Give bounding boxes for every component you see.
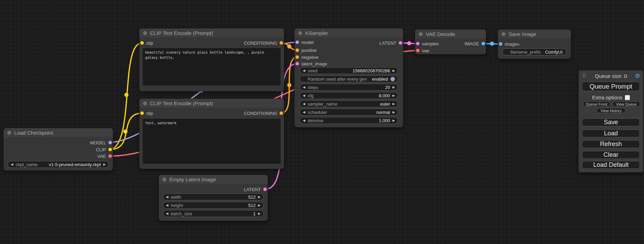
conditioning-slot-dot[interactable]	[295, 55, 299, 59]
input-slot-images[interactable]: images	[499, 41, 519, 47]
queue-front-button[interactable]: Queue Front	[583, 101, 610, 107]
toggle-circle-icon[interactable]	[390, 77, 395, 81]
queue-panel[interactable]: ⠿ Queue size: 0 ⚙ Queue Prompt Extra opt…	[579, 70, 643, 172]
decrement-icon[interactable]: ◀	[166, 212, 168, 215]
model-slot-dot[interactable]	[295, 40, 299, 44]
clip-slot-dot[interactable]	[140, 111, 144, 115]
view-queue-button[interactable]: View Queue	[612, 101, 640, 107]
width-widget[interactable]: ◀ width 512 ▶	[163, 193, 264, 200]
decrement-icon[interactable]: ◀	[303, 119, 305, 122]
filename-prefix-widget[interactable]: filename_prefix ComfyUI	[502, 48, 566, 55]
prompt-textarea[interactable]: text, watermark	[143, 119, 281, 164]
clip-slot-dot[interactable]	[108, 148, 112, 151]
node-save-image[interactable]: Save Image images filename_prefix ComfyU…	[498, 29, 571, 59]
output-slot-conditioning[interactable]: CONDITIONING	[244, 110, 283, 116]
steps-widget[interactable]: ◀ steps 20 ▶	[300, 84, 398, 91]
input-slot-negative[interactable]: negative	[295, 54, 318, 60]
node-vae-decode[interactable]: VAE Decode samples vae IMAGE	[415, 29, 486, 54]
collapse-dot-icon[interactable]	[143, 101, 147, 105]
image-slot-dot[interactable]	[499, 42, 502, 46]
increment-icon[interactable]: ▶	[258, 204, 261, 207]
input-slot-vae[interactable]: vae	[416, 48, 429, 53]
latent-slot-dot[interactable]	[416, 42, 420, 45]
output-slot-latent[interactable]: LATENT	[379, 40, 402, 46]
node-load-checkpoint[interactable]: Load Checkpoint MODEL CLIP VAE ◀ ckpt_na…	[3, 128, 113, 171]
increment-icon[interactable]: ▶	[103, 163, 106, 166]
decrement-icon[interactable]: ◀	[166, 196, 168, 199]
latent-slot-dot[interactable]	[295, 62, 299, 65]
cfg-widget[interactable]: ◀ cfg 8.000 ▶	[300, 92, 398, 99]
vae-slot-dot[interactable]	[108, 154, 112, 158]
refresh-button[interactable]: Refresh	[582, 140, 640, 148]
latent-slot-dot[interactable]	[399, 41, 402, 45]
decrement-icon[interactable]: ◀	[166, 204, 168, 207]
node-ksampler[interactable]: KSampler model positive negative latent_…	[294, 28, 403, 127]
conditioning-slot-dot[interactable]	[295, 48, 299, 52]
collapse-dot-icon[interactable]	[7, 131, 11, 135]
vae-slot-dot[interactable]	[416, 49, 420, 52]
decrement-icon[interactable]: ◀	[303, 111, 305, 114]
input-slot-positive[interactable]: positive	[295, 47, 317, 53]
latent-slot-dot[interactable]	[263, 188, 267, 191]
gear-icon[interactable]: ⚙	[635, 72, 640, 80]
decrement-icon[interactable]: ◀	[303, 94, 305, 97]
input-slot-model[interactable]: model	[295, 39, 314, 45]
prompt-textarea[interactable]: beautiful scenery nature glass bottle la…	[143, 48, 281, 85]
node-title-bar[interactable]: Load Checkpoint	[3, 128, 113, 137]
output-slot-latent[interactable]: LATENT	[244, 187, 267, 192]
seed-widget[interactable]: ◀ seed 156680208700286 ▶	[300, 67, 398, 74]
model-slot-dot[interactable]	[108, 141, 112, 144]
collapse-dot-icon[interactable]	[298, 31, 302, 35]
save-button[interactable]: Save	[582, 118, 640, 126]
queue-panel-header[interactable]: ⠿ Queue size: 0 ⚙	[579, 72, 643, 80]
conditioning-slot-dot[interactable]	[280, 111, 283, 115]
input-slot-clip[interactable]: clip	[140, 40, 153, 46]
image-slot-dot[interactable]	[482, 42, 485, 45]
increment-icon[interactable]: ▶	[392, 86, 395, 89]
increment-icon[interactable]: ▶	[258, 212, 261, 215]
decrement-icon[interactable]: ◀	[303, 69, 305, 72]
load-button[interactable]: Load	[582, 129, 640, 137]
extra-options-checkbox[interactable]	[625, 95, 630, 100]
increment-icon[interactable]: ▶	[392, 94, 395, 97]
clear-button[interactable]: Clear	[582, 151, 640, 159]
ckpt-name-widget[interactable]: ◀ ckpt_name v1-5-pruned-emaonly.ckpt ▶	[8, 161, 109, 168]
clip-slot-dot[interactable]	[140, 41, 144, 45]
node-graph-canvas[interactable]: Load Checkpoint MODEL CLIP VAE ◀ ckpt_na…	[0, 0, 644, 244]
node-title-bar[interactable]: CLIP Text Encode (Prompt)	[139, 28, 284, 37]
view-history-button[interactable]: View History	[597, 108, 626, 113]
decrement-icon[interactable]: ◀	[303, 86, 305, 89]
node-title-bar[interactable]: VAE Decode	[415, 29, 486, 38]
node-title-bar[interactable]: KSampler	[294, 28, 403, 37]
load-default-button[interactable]: Load Default	[582, 161, 640, 169]
sampler-name-widget[interactable]: ◀ sampler_name euler ▶	[300, 100, 398, 107]
collapse-dot-icon[interactable]	[162, 178, 166, 181]
increment-icon[interactable]: ▶	[258, 196, 261, 199]
height-widget[interactable]: ◀ height 512 ▶	[163, 202, 264, 209]
node-clip-text-encode-positive[interactable]: CLIP Text Encode (Prompt) clip CONDITION…	[139, 28, 284, 91]
increment-icon[interactable]: ▶	[392, 111, 395, 114]
queue-prompt-button[interactable]: Queue Prompt	[582, 82, 640, 91]
scheduler-widget[interactable]: ◀ scheduler normal ▶	[300, 109, 398, 116]
decrement-icon[interactable]: ◀	[303, 102, 305, 106]
batch-size-widget[interactable]: ◀ batch_size 1 ▶	[163, 210, 264, 217]
output-slot-model[interactable]: MODEL	[90, 140, 112, 145]
node-title-bar[interactable]: CLIP Text Encode (Prompt)	[139, 99, 284, 108]
input-slot-samples[interactable]: samples	[416, 41, 439, 46]
node-clip-text-encode-negative[interactable]: CLIP Text Encode (Prompt) clip CONDITION…	[139, 99, 284, 169]
output-slot-vae[interactable]: VAE	[97, 153, 112, 159]
random-seed-widget[interactable]: Random seed after every gen enabled	[300, 75, 398, 82]
conditioning-slot-dot[interactable]	[280, 41, 283, 45]
increment-icon[interactable]: ▶	[392, 102, 395, 106]
node-title-bar[interactable]: Save Image	[498, 29, 571, 38]
collapse-dot-icon[interactable]	[419, 32, 423, 36]
input-slot-clip[interactable]: clip	[140, 110, 153, 116]
collapse-dot-icon[interactable]	[502, 32, 505, 36]
increment-icon[interactable]: ▶	[392, 69, 395, 72]
increment-icon[interactable]: ▶	[392, 119, 395, 122]
node-title-bar[interactable]: Empty Latent Image	[159, 175, 268, 184]
output-slot-clip[interactable]: CLIP	[96, 147, 112, 152]
node-empty-latent-image[interactable]: Empty Latent Image LATENT ◀ width 512 ▶ …	[159, 175, 268, 221]
decrement-icon[interactable]: ◀	[11, 163, 13, 166]
denoise-widget[interactable]: ◀ denoise 1.000 ▶	[300, 117, 398, 124]
